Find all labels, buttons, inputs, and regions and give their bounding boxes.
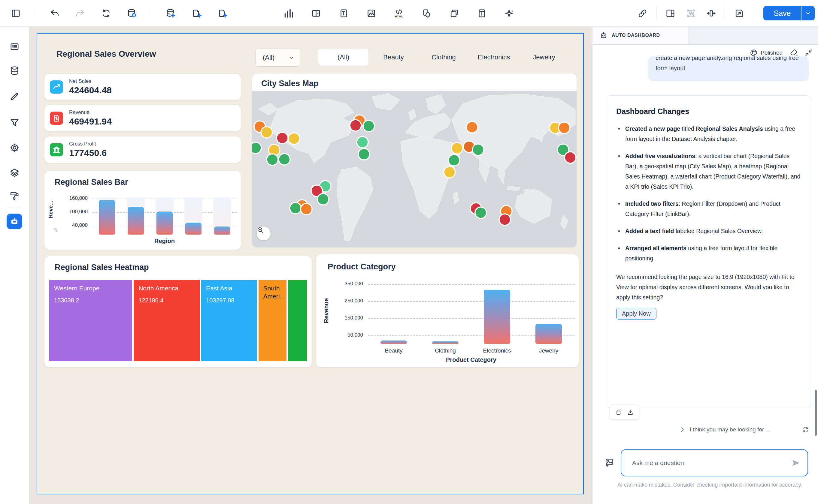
- collapse-panel-icon[interactable]: [805, 49, 813, 57]
- palette-icon[interactable]: [750, 49, 758, 57]
- file-add-icon[interactable]: [216, 7, 229, 20]
- city-marker[interactable]: [472, 144, 484, 155]
- filter-icon[interactable]: [8, 116, 21, 129]
- city-marker[interactable]: [288, 133, 300, 144]
- shapes-widget-icon[interactable]: [420, 7, 433, 20]
- world-map[interactable]: [252, 91, 576, 247]
- bar[interactable]: [380, 341, 407, 344]
- bar[interactable]: [128, 207, 144, 235]
- product-category-card[interactable]: Product Category Revenue Product Categor…: [316, 254, 579, 367]
- dropdown-widget-icon[interactable]: [309, 7, 323, 20]
- image-upload-icon[interactable]: [603, 457, 615, 469]
- page-scale-icon[interactable]: [732, 7, 746, 20]
- city-marker[interactable]: [451, 143, 463, 154]
- kpi-card-revenue[interactable]: Revenue 469491.94: [44, 105, 241, 131]
- city-sales-map-card[interactable]: City Sales Map: [252, 73, 576, 247]
- layers-icon[interactable]: [8, 166, 21, 179]
- bar[interactable]: [99, 200, 115, 235]
- html-widget-icon[interactable]: HTML: [392, 7, 405, 20]
- treemap-block[interactable]: East Asia103297.08: [201, 280, 257, 361]
- category-filter-option-clothing[interactable]: Clothing: [419, 49, 469, 66]
- link-icon[interactable]: [636, 7, 649, 20]
- text-widget-icon[interactable]: [337, 7, 350, 20]
- suggestion-row[interactable]: I think you may be looking for ...: [679, 424, 809, 435]
- regional-sales-heatmap-card[interactable]: Regional Sales Heatmap Western Europe153…: [44, 256, 312, 367]
- city-marker[interactable]: [564, 152, 576, 163]
- outline-icon[interactable]: [8, 40, 21, 53]
- city-marker[interactable]: [363, 120, 374, 132]
- download-icon[interactable]: [627, 409, 634, 415]
- city-marker[interactable]: [261, 127, 272, 138]
- bar[interactable]: [535, 324, 562, 344]
- treemap-block[interactable]: North America122186.4: [134, 280, 200, 361]
- bot-icon: [600, 31, 607, 39]
- chart-widget-icon[interactable]: [282, 7, 295, 20]
- regenerate-icon[interactable]: [802, 426, 809, 433]
- category-filter-linkbar: (All) Beauty Clothing Electronics Jewelr…: [318, 49, 569, 66]
- style-label[interactable]: Polished: [761, 49, 783, 56]
- city-marker[interactable]: [444, 167, 455, 178]
- panel-toggle-icon[interactable]: [9, 7, 22, 20]
- ask-input[interactable]: [632, 459, 791, 467]
- layout-icon[interactable]: [664, 7, 677, 20]
- database-status-icon[interactable]: [125, 7, 138, 20]
- regional-sales-bar-card[interactable]: Regional Sales Bar Reve... Region 40,000…: [44, 171, 241, 250]
- treemap-block[interactable]: South Ameri…: [259, 280, 287, 361]
- category-filter-option-electronics[interactable]: Electronics: [469, 49, 519, 66]
- image-widget-icon[interactable]: [365, 7, 378, 20]
- city-marker[interactable]: [350, 120, 361, 131]
- kpi-card-gross-profit[interactable]: Gross Profit 177450.6: [44, 137, 241, 163]
- map-zoom-control[interactable]: [257, 226, 271, 241]
- copy-icon[interactable]: [616, 409, 622, 415]
- settings-icon[interactable]: [8, 141, 21, 154]
- city-marker[interactable]: [558, 122, 570, 133]
- city-marker[interactable]: [290, 203, 301, 214]
- category-filter-option-jewelry[interactable]: Jewelry: [519, 49, 569, 66]
- eraser-icon[interactable]: [790, 49, 798, 57]
- city-marker[interactable]: [357, 137, 368, 148]
- city-marker[interactable]: [358, 149, 370, 160]
- group-icon[interactable]: [684, 7, 697, 20]
- info-card-widget-icon[interactable]: [475, 7, 488, 20]
- panel-scrollbar[interactable]: [815, 390, 817, 436]
- category-filter-option-all[interactable]: (All): [318, 49, 368, 66]
- apply-now-button[interactable]: Apply Now: [616, 308, 657, 319]
- theme-icon[interactable]: [8, 189, 21, 202]
- bar[interactable]: [484, 290, 510, 344]
- ai-sparkle-icon[interactable]: [503, 7, 516, 20]
- city-marker[interactable]: [301, 203, 312, 215]
- kpi-card-net-sales[interactable]: Net Sales 424604.48: [44, 74, 241, 100]
- city-marker[interactable]: [279, 154, 290, 165]
- category-filter-option-beauty[interactable]: Beauty: [368, 49, 419, 66]
- auto-dashboard-bot-button[interactable]: [7, 214, 22, 229]
- copy-widget-icon[interactable]: [447, 7, 461, 20]
- region-filter-dropdown[interactable]: (All): [255, 49, 300, 67]
- treemap-block[interactable]: [288, 280, 307, 361]
- city-marker[interactable]: [499, 214, 510, 225]
- bar[interactable]: [432, 341, 459, 344]
- refresh-icon[interactable]: [99, 7, 113, 20]
- database-add-icon[interactable]: [164, 7, 177, 20]
- city-marker[interactable]: [317, 193, 329, 205]
- file-copy-add-icon[interactable]: [190, 7, 203, 20]
- city-marker[interactable]: [252, 142, 261, 154]
- dashboard-page[interactable]: Regional Sales Overview (All) (All) Beau…: [37, 33, 584, 494]
- save-button[interactable]: Save: [763, 6, 801, 20]
- city-marker[interactable]: [475, 207, 486, 218]
- city-marker[interactable]: [448, 155, 460, 166]
- undo-icon[interactable]: [48, 7, 61, 20]
- bar[interactable]: [185, 223, 201, 235]
- save-options-chevron[interactable]: [801, 6, 815, 20]
- bar[interactable]: [214, 227, 230, 235]
- tab-auto-dashboard[interactable]: AUTO DASHBOARD: [592, 26, 688, 44]
- edit-icon[interactable]: [8, 90, 21, 103]
- city-marker[interactable]: [466, 121, 478, 133]
- fit-width-icon[interactable]: [705, 7, 718, 20]
- send-icon[interactable]: [791, 458, 800, 467]
- city-marker[interactable]: [277, 132, 288, 144]
- city-marker[interactable]: [267, 154, 278, 165]
- redo-icon[interactable]: [74, 7, 87, 20]
- bar[interactable]: [156, 211, 173, 235]
- data-icon[interactable]: [8, 64, 21, 77]
- treemap-block[interactable]: Western Europe153638.2: [49, 280, 132, 361]
